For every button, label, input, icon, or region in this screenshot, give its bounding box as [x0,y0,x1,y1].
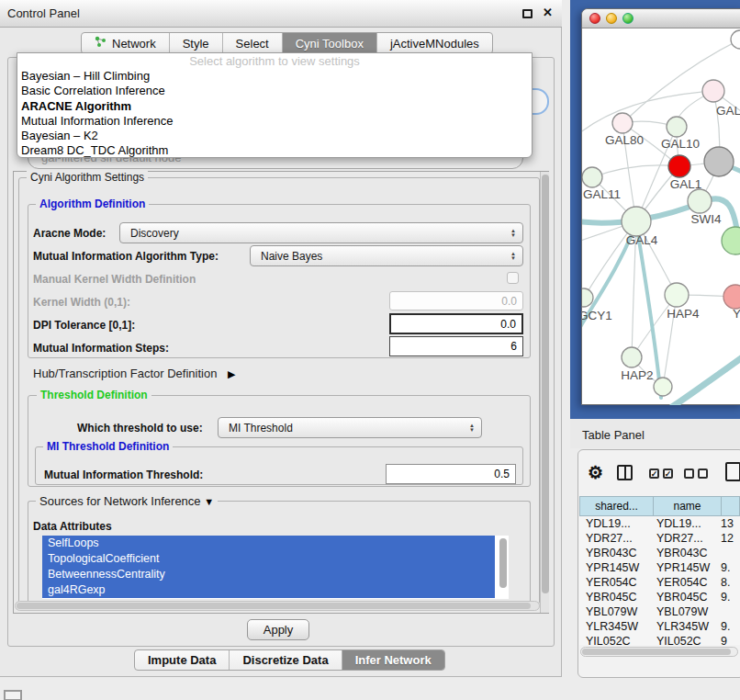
select-all-checkbox-icon[interactable]: ✓ [649,469,659,479]
close-icon[interactable]: ✕ [543,6,553,19]
table-row[interactable]: YBR045CYBR045C9. [579,590,740,604]
tab-infer-network[interactable]: Infer Network [342,650,444,670]
table-row[interactable]: YLR345WYLR345W9. [579,619,740,634]
table-horizontal-scrollbar-thumb[interactable] [582,649,731,655]
zoom-traffic-light-icon[interactable] [622,13,633,24]
node-label: GAL4 [626,233,658,247]
float-window-icon[interactable] [522,9,533,18]
control-panel-titlebar: Control Panel ✕ [0,0,562,28]
network-node-gal11[interactable] [582,167,602,187]
popup-placeholder: Select algorithm to view settings [17,54,532,69]
vertical-scrollbar-thumb[interactable] [542,175,549,593]
apply-button[interactable]: Apply [247,619,309,640]
network-node-swi4[interactable] [688,189,712,213]
network-node-gal10[interactable] [667,117,687,137]
expand-arrow-icon[interactable]: ▼ [204,496,214,507]
network-node-gal80[interactable] [612,113,633,133]
table-row[interactable]: YDL19...YDL19...13 [579,516,740,531]
minimize-traffic-light-icon[interactable] [606,13,617,24]
table-row[interactable]: YER054CYER054C8. [579,575,740,590]
popup-item[interactable]: Bayesian – K2 [17,129,532,143]
network-node[interactable] [722,227,740,254]
horizontal-scrollbar-thumb[interactable] [17,603,531,609]
attribute-item[interactable]: BetweennessCentrality [42,567,495,582]
column-header-partial[interactable] [721,496,740,516]
list-scrollbar-thumb[interactable] [499,538,507,588]
network-canvas[interactable]: GAL GAL80 GAL10 GAL1 GAL11 SWI4 GAL4 GCY… [582,28,740,405]
network-node[interactable] [702,80,724,102]
tab-select[interactable]: Select [223,33,283,53]
which-threshold-label: Which threshold to use: [77,422,203,435]
network-node-gcy1[interactable] [582,288,593,307]
attribute-item[interactable]: SelfLoops [42,536,495,551]
popup-item[interactable]: Basic Correlation Inference [17,84,532,98]
tab-network-label: Network [112,37,156,51]
column-header-shared-name[interactable]: shared... [579,496,654,516]
column-header-name[interactable]: name [653,496,722,516]
network-node[interactable] [731,30,740,49]
combo-spinner-icon: ▲▼ [510,229,516,238]
tab-jactivemnodules-label: jActiveMNodules [390,37,479,51]
mi-threshold-group-title: MI Threshold Definition [43,440,173,454]
deselect-all-checkbox-icon[interactable] [684,469,694,479]
which-threshold-combo[interactable]: MI Threshold ▲▼ [218,417,482,438]
tab-jactivemnodules[interactable]: jActiveMNodules [377,33,492,53]
popup-item[interactable]: Dream8 DC_TDC Algorithm [17,143,532,158]
sources-group-title[interactable]: Sources for Network Inference ▼ [36,494,218,509]
cyni-algorithm-settings-title: Cyni Algorithm Settings [27,171,148,185]
split-columns-icon[interactable] [617,465,633,480]
manual-kernel-checkbox[interactable] [507,272,519,284]
aracne-mode-label: Aracne Mode: [33,227,106,240]
data-attributes-list: SelfLoops TopologicalCoefficient Between… [42,536,509,599]
table-row[interactable]: YDR27...YDR27...12 [579,531,740,546]
table-row[interactable]: YBR043CYBR043C [579,546,740,560]
close-traffic-light-icon[interactable] [589,13,600,24]
dpi-tolerance-field[interactable]: 0.0 [389,313,523,334]
mi-steps-field[interactable]: 6 [389,336,523,356]
tab-discretize-data[interactable]: Discretize Data [230,650,342,670]
algorithm-definition-title: Algorithm Definition [36,198,149,211]
which-threshold-value: MI Threshold [229,422,293,435]
collapse-arrow-icon[interactable]: ▶ [228,368,235,379]
aracne-mode-value: Discovery [130,227,179,240]
table-horizontal-scrollbar[interactable] [580,647,738,657]
select-all-checkbox-icon[interactable]: ✓ [663,469,673,479]
table-panel-title: Table Panel [582,428,645,442]
tab-network[interactable]: Network [82,33,170,53]
control-panel-title: Control Panel [7,6,80,20]
document-icon[interactable] [725,462,740,481]
mi-threshold-label: Mutual Information Threshold: [44,469,203,481]
tab-style[interactable]: Style [170,33,223,53]
popup-item[interactable]: Bayesian – Hill Climbing [17,69,532,84]
network-node-hap2[interactable] [622,347,642,367]
tab-cyni-toolbox[interactable]: Cyni Toolbox [283,33,377,53]
table-row[interactable]: YBL079WYBL079W [579,604,740,619]
node-label: GAL80 [605,133,644,147]
network-node-hap4[interactable] [665,283,689,307]
node-label: HAP2 [621,368,653,382]
attribute-item[interactable]: TopologicalCoefficient [42,551,495,567]
threshold-definition-title: Threshold Definition [37,389,151,402]
aracne-mode-combo[interactable]: Discovery ▲▼ [119,222,523,243]
attribute-item[interactable]: gal4RGexp [42,582,495,598]
network-node-gal1[interactable] [704,147,734,176]
network-node[interactable] [723,285,740,309]
table-row[interactable]: YIL052CYIL052C9 [579,634,740,645]
hub-definition-section[interactable]: Hub/Transcription Factor Definition ▶ [33,367,235,380]
network-node-gal4[interactable] [622,207,651,236]
deselect-all-checkbox-icon[interactable] [698,469,708,479]
network-node-selected[interactable] [668,155,690,177]
horizontal-scrollbar[interactable] [15,601,540,611]
mi-threshold-field[interactable]: 0.5 [386,464,516,484]
mi-type-combo[interactable]: Naive Bayes ▲▼ [250,245,523,266]
popup-item[interactable]: Mutual Information Inference [17,114,532,129]
node-label: Y [733,307,740,321]
kernel-width-field[interactable]: 0.0 [389,291,523,310]
docked-panel-icon[interactable] [4,690,22,700]
popup-item-selected[interactable]: ARACNE Algorithm [17,99,532,114]
gear-icon[interactable]: ⚙ [588,462,603,483]
network-node[interactable] [654,378,672,396]
tab-impute-data[interactable]: Impute Data [135,650,230,670]
table-row[interactable]: YPR145WYPR145W9. [579,560,740,575]
vertical-scrollbar[interactable] [540,172,549,613]
